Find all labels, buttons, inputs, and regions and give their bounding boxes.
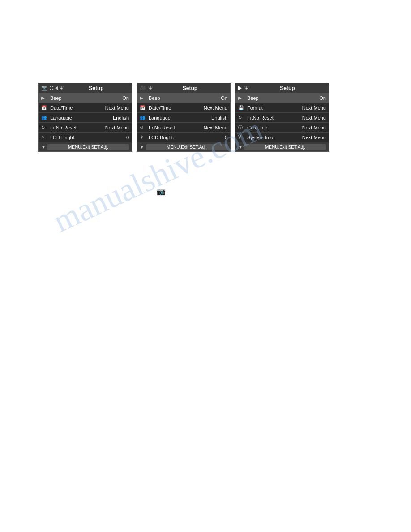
menu-row-frreset-3: ↻ Fr.No.Reset Next Menu [235,113,329,123]
menu-row-datetime-2: 📅 Date/Time Next Menu [137,103,230,113]
frreset-label-2: Fr.No.Reset [149,125,204,130]
datetime-value-1: Next Menu [105,105,129,111]
sysinfo-label-3: System Info. [247,135,302,140]
left-arrow-icon [55,86,58,90]
menu-row-datetime-1: 📅 Date/Time Next Menu [39,103,132,113]
grid-icon: ☷ [50,86,54,90]
menu-footer-3: ▼ MENU:Exit SET:Adj. [235,142,329,151]
lcd-icon-1: ☀ [41,135,48,140]
frreset-value-1: Next Menu [105,125,129,130]
header-icons-2: 🎥 Ψ [140,85,153,91]
format-value-3: Next Menu [302,105,326,111]
frreset-icon-1: ↻ [41,125,48,130]
menu-header-2: 🎥 Ψ Setup [137,83,230,93]
menu-row-lcd-2: ☀ LCD Bright. 0 [137,133,230,142]
beep-value-1: On [122,95,129,101]
footer-text-2: MENU:Exit SET:Adj. [146,144,227,150]
footer-text-1: MENU:Exit SET:Adj. [47,144,129,150]
video-mode-icon: 🎥 [140,85,146,91]
menu-row-language-1: 👥 Language English [39,113,132,123]
scroll-down-arrow-1: ▼ [41,145,46,150]
menu-row-beep-2: ▶ Beep On [137,93,230,103]
lcd-label-2: LCD Bright. [149,135,225,140]
frreset-label-3: Fr.No.Reset [247,115,302,120]
beep-icon-1: ▶ [41,95,48,100]
datetime-value-2: Next Menu [204,105,227,111]
frreset-icon-2: ↻ [140,125,147,130]
datetime-icon-1: 📅 [41,105,48,110]
menu-title-1: Setup [64,85,129,91]
menu-row-sysinfo-3: V System Info. Next Menu [235,133,329,142]
datetime-icon-2: 📅 [140,105,147,110]
language-icon-2: 👥 [140,115,147,120]
menu-footer-1: ▼ MENU:Exit SET:Adj. [39,142,132,151]
sysinfo-icon-3: V [238,135,245,140]
lcd-value-1: 0 [126,135,129,140]
cardinfo-value-3: Next Menu [302,125,326,130]
menu-row-frreset-1: ↻ Fr.No.Reset Next Menu [39,123,132,133]
menu-header-3: Ψ Setup [235,83,329,93]
beep-value-3: On [319,95,326,101]
menu-row-language-2: 👥 Language English [137,113,230,123]
lcd-label-1: LCD Bright. [50,135,126,140]
frreset-label-1: Fr.No.Reset [50,125,105,130]
fork-icon-3: Ψ [244,85,249,91]
menu-footer-2: ▼ MENU:Exit SET:Adj. [137,142,230,151]
beep-value-2: On [221,95,227,101]
language-value-1: English [113,115,129,120]
beep-label-1: Beep [50,95,122,101]
menu-row-beep-3: ▶ Beep On [235,93,329,103]
menu-row-frreset-2: ↻ Fr.No.Reset Next Menu [137,123,230,133]
language-label-1: Language [50,115,113,120]
scroll-down-arrow-3: ▼ [238,145,243,150]
menu-title-3: Setup [249,85,326,91]
header-icons-3: Ψ [238,85,249,91]
frreset-value-2: Next Menu [204,125,227,130]
footer-text-3: MENU:Exit SET:Adj. [244,144,326,150]
menu-panel-3: Ψ Setup ▶ Beep On 💾 Format Next Menu ↻ F… [235,83,329,152]
lcd-icon-2: ☀ [140,135,147,140]
small-camera-icon: 📷 [157,187,166,196]
menu-title-2: Setup [153,85,227,91]
datetime-label-2: Date/Time [149,105,204,111]
beep-label-2: Beep [149,95,221,101]
beep-label-3: Beep [247,95,319,101]
datetime-label-1: Date/Time [50,105,105,111]
menu-row-lcd-1: ☀ LCD Bright. 0 [39,133,132,142]
fork-icon-1: Ψ [59,85,64,91]
menu-row-cardinfo-3: ⓘ Card Info. Next Menu [235,123,329,133]
camera-mode-icon: 📷 [41,85,47,91]
frreset-value-3: Next Menu [302,115,326,120]
lcd-value-2: 0 [225,135,227,140]
cardinfo-icon-3: ⓘ [238,124,245,131]
play-mode-icon [238,86,242,90]
scroll-down-arrow-2: ▼ [140,145,144,150]
cardinfo-label-3: Card Info. [247,125,302,130]
language-label-2: Language [149,115,211,120]
menu-header-1: 📷 ☷ Ψ Setup [39,83,132,93]
menu-panel-1: 📷 ☷ Ψ Setup ▶ Beep On 📅 Date/Time Next M… [38,83,132,152]
frreset-icon-3: ↻ [238,115,245,120]
fork-icon-2: Ψ [148,85,153,91]
sysinfo-value-3: Next Menu [302,135,326,140]
menu-panel-2: 🎥 Ψ Setup ▶ Beep On 📅 Date/Time Next Men… [137,83,231,152]
beep-icon-2: ▶ [140,95,147,100]
beep-icon-3: ▶ [238,95,245,100]
language-icon-1: 👥 [41,115,48,120]
menu-row-beep-1: ▶ Beep On [39,93,132,103]
format-icon-3: 💾 [238,105,245,110]
format-label-3: Format [247,105,302,111]
menu-row-format-3: 💾 Format Next Menu [235,103,329,113]
header-icons-1: 📷 ☷ Ψ [41,85,64,91]
menus-container: 📷 ☷ Ψ Setup ▶ Beep On 📅 Date/Time Next M… [38,83,329,152]
language-value-2: English [211,115,227,120]
